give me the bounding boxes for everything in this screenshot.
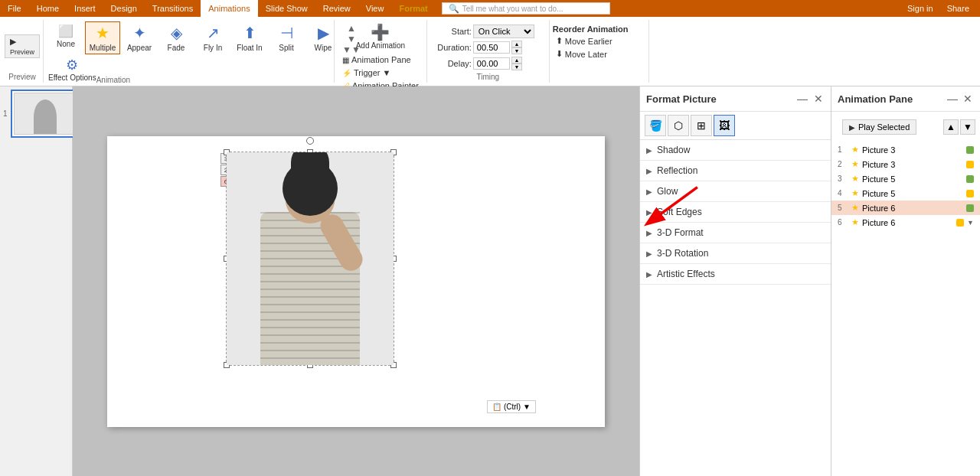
sign-in-btn[interactable]: Sign in — [901, 4, 939, 13]
tab-home[interactable]: Home — [29, 0, 67, 17]
3d-format-label: 3-D Format — [657, 227, 704, 238]
anim-dot-5 — [966, 204, 974, 212]
move-earlier-btn[interactable]: ⬆ Move Earlier — [553, 35, 645, 47]
anim-split[interactable]: ⊣ Split — [269, 21, 304, 54]
section-3d-format-header[interactable]: ▶ 3-D Format — [640, 223, 831, 243]
anim-fade[interactable]: ◈ Fade — [158, 21, 194, 54]
tab-file[interactable]: File — [0, 0, 29, 17]
animation-pane: Animation Pane — ✕ ▶ Play Selected ▲ ▼ 1… — [831, 86, 980, 476]
tab-insert[interactable]: Insert — [67, 0, 103, 17]
anim-num-2: 2 — [838, 160, 848, 168]
section-artistic-effects-header[interactable]: ▶ Artistic Effects — [640, 264, 831, 284]
anim-multiple-label: Multiple — [90, 44, 116, 52]
anim-item-3[interactable]: 3 ★ Picture 5 — [831, 171, 980, 186]
share-btn[interactable]: Share — [939, 2, 977, 15]
delay-up[interactable]: ▲ — [511, 57, 522, 64]
tab-design[interactable]: Design — [103, 0, 145, 17]
format-panel-collapse[interactable]: — — [795, 91, 809, 106]
start-row: Start: On Click — [432, 24, 544, 38]
add-animation-btn[interactable]: ➕ — [371, 23, 390, 41]
delay-row: Delay: 00.00 ▲ ▼ — [432, 57, 544, 70]
section-glow-header[interactable]: ▶ Glow — [640, 181, 831, 201]
section-3d-format: ▶ 3-D Format — [640, 223, 831, 243]
slide-thumbnail[interactable] — [11, 90, 78, 138]
anim-dot-2 — [966, 161, 974, 168]
tab-slideshow[interactable]: Slide Show — [258, 0, 315, 17]
effect-options-btn[interactable]: ⚙ Effect Options — [48, 57, 96, 83]
ribbon-tab-bar: File Home Insert Design Transitions Anim… — [0, 0, 980, 17]
anim-none[interactable]: ⬜ None — [48, 21, 83, 51]
anim-item-2[interactable]: 2 ★ Picture 3 — [831, 157, 980, 171]
duration-input[interactable]: 00.50 — [473, 41, 510, 54]
anim-num-5: 5 — [838, 204, 848, 212]
play-selected-label: Play Selected — [858, 122, 910, 132]
format-icon-tabs: 🪣 ⬡ ⊞ 🖼 — [640, 112, 831, 140]
format-tab-effects[interactable]: ⬡ — [668, 115, 689, 136]
delay-input[interactable]: 00.00 — [473, 57, 510, 70]
anim-dot-6 — [956, 219, 964, 227]
glow-label: Glow — [657, 186, 678, 197]
app-body: 1 3 2 5 6 — [0, 86, 980, 476]
animation-list: 1 ★ Picture 3 2 ★ Picture 3 3 ★ Picture … — [831, 142, 980, 476]
selected-image[interactable] — [226, 152, 394, 366]
clipboard-icon: 📋 — [492, 403, 501, 411]
format-panel-close[interactable]: ✕ — [812, 91, 825, 106]
section-3d-rotation-header[interactable]: ▶ 3-D Rotation — [640, 243, 831, 263]
anim-pane-collapse[interactable]: — — [946, 91, 959, 106]
move-earlier-icon: ⬆ — [556, 36, 563, 46]
anim-wipe-label: Wipe — [315, 44, 332, 52]
3d-rotation-label: 3-D Rotation — [657, 248, 708, 259]
anim-pane-close[interactable]: ✕ — [962, 91, 974, 106]
format-tab-picture[interactable]: 🖼 — [714, 115, 735, 136]
slide-canvas: 3 2 5 6 — [107, 136, 605, 427]
format-tab-layout[interactable]: ⊞ — [691, 115, 712, 136]
format-sections-list: ▶ Shadow ▶ Reflection ▶ Glow ▶ Sof — [640, 140, 831, 476]
trigger-btn[interactable]: ⚡ Trigger ▼ — [339, 67, 422, 79]
move-later-btn[interactable]: ⬇ Move Later — [553, 48, 645, 60]
anim-appear[interactable]: ✦ Appear — [122, 21, 157, 54]
anim-appear-label: Appear — [127, 44, 152, 52]
anim-item-5[interactable]: 5 ★ Picture 6 — [831, 201, 980, 215]
tab-format[interactable]: Format — [391, 0, 435, 17]
timing-label: Timing — [477, 71, 500, 81]
tab-view[interactable]: View — [358, 0, 392, 17]
reflection-expand-icon: ▶ — [646, 167, 652, 175]
anim-item-1[interactable]: 1 ★ Picture 3 — [831, 142, 980, 157]
preview-btn[interactable]: ▶Preview — [5, 34, 40, 58]
anim-dropdown-6[interactable]: ▼ — [967, 219, 974, 227]
section-reflection-header[interactable]: ▶ Reflection — [640, 161, 831, 181]
anim-float-in[interactable]: ⬆ Float In — [232, 21, 267, 54]
slide-content: 3 2 5 6 — [107, 136, 605, 427]
tab-review[interactable]: Review — [315, 0, 358, 17]
tab-transitions[interactable]: Transitions — [145, 0, 201, 17]
format-tab-fill[interactable]: 🪣 — [645, 115, 666, 136]
section-soft-edges-header[interactable]: ▶ Soft Edges — [640, 202, 831, 222]
anim-multiple[interactable]: ★ Multiple — [85, 21, 120, 54]
anim-name-6: Picture 6 — [862, 218, 952, 227]
section-glow: ▶ Glow — [640, 181, 831, 202]
anim-item-4[interactable]: 4 ★ Picture 5 — [831, 186, 980, 201]
anim-item-6[interactable]: 6 ★ Picture 6 ▼ — [831, 215, 980, 230]
anim-move-down-btn[interactable]: ▼ — [960, 119, 975, 135]
anim-star-3: ★ — [851, 174, 859, 184]
anim-fly-in[interactable]: ↗ Fly In — [195, 21, 230, 54]
duration-down[interactable]: ▼ — [511, 47, 522, 54]
shadow-expand-icon: ▶ — [646, 146, 652, 155]
anim-move-up-btn[interactable]: ▲ — [943, 119, 959, 135]
slide-panel: 1 — [0, 86, 73, 476]
rotate-handle[interactable] — [306, 137, 314, 145]
section-reflection: ▶ Reflection — [640, 161, 831, 181]
duration-up[interactable]: ▲ — [511, 41, 522, 47]
delay-down[interactable]: ▼ — [511, 64, 522, 70]
3d-rotation-expand-icon: ▶ — [646, 249, 652, 258]
start-select[interactable]: On Click — [473, 24, 534, 38]
ctrl-paste-btn[interactable]: 📋 (Ctrl) ▼ — [487, 400, 536, 413]
section-shadow-header[interactable]: ▶ Shadow — [640, 140, 831, 160]
play-selected-btn[interactable]: ▶ Play Selected — [842, 119, 916, 135]
animation-pane-btn[interactable]: ▦ Animation Pane — [339, 54, 422, 66]
3d-format-expand-icon: ▶ — [646, 229, 652, 237]
tab-animations[interactable]: Animations — [201, 0, 257, 17]
format-panel-header: Format Picture — ✕ — [640, 86, 831, 112]
section-soft-edges: ▶ Soft Edges — [640, 202, 831, 223]
artistic-effects-label: Artistic Effects — [657, 269, 715, 279]
